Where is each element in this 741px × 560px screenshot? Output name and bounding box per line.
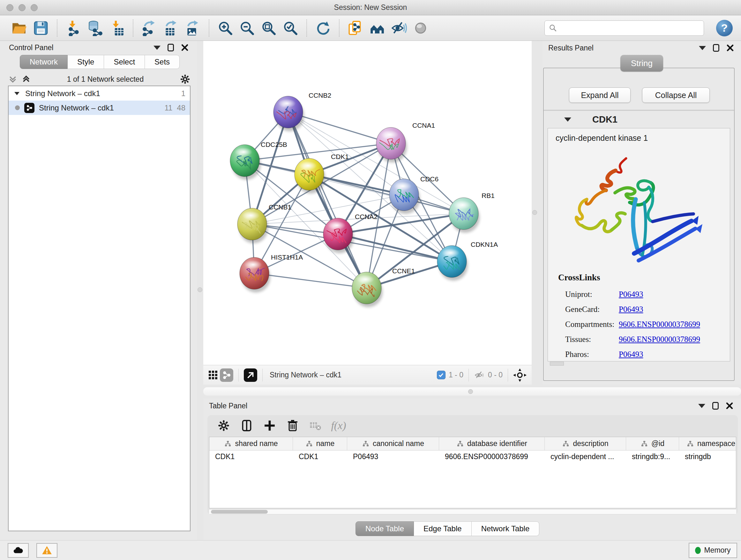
zoom-selected-button[interactable] bbox=[281, 19, 300, 37]
function-builder-button[interactable]: f(x) bbox=[330, 418, 347, 434]
collapse-all-icon[interactable] bbox=[8, 74, 17, 84]
splitter-handle[interactable] bbox=[532, 210, 537, 215]
node-table[interactable]: shared namenamecanonical namedatabase id… bbox=[209, 437, 736, 508]
network-row[interactable]: String Network – cdk1 11 48 bbox=[9, 101, 190, 115]
cloud-button[interactable] bbox=[8, 543, 29, 558]
open-session-button[interactable] bbox=[10, 19, 28, 37]
hide-selected-button[interactable] bbox=[390, 19, 408, 37]
close-icon bbox=[726, 44, 734, 52]
apply-layout-button[interactable] bbox=[314, 19, 332, 37]
export-image-button[interactable] bbox=[184, 19, 202, 37]
table-cell[interactable]: 9606.ENSP00000378699 bbox=[439, 450, 545, 464]
tree-expand-icon[interactable] bbox=[13, 90, 21, 98]
search-icon bbox=[549, 23, 557, 33]
export-network-button[interactable] bbox=[140, 19, 158, 37]
create-column-button[interactable] bbox=[261, 418, 278, 434]
crosslink-value-link[interactable]: P06493 bbox=[619, 305, 643, 314]
zoom-fit-button[interactable] bbox=[259, 19, 278, 37]
node-RB1 bbox=[449, 198, 480, 233]
expand-all-button[interactable]: Expand All bbox=[569, 87, 630, 103]
gene-section-header[interactable]: CDK1 bbox=[544, 111, 734, 128]
tab-style[interactable]: Style bbox=[68, 55, 104, 69]
birds-eye-view-button[interactable] bbox=[206, 368, 220, 382]
tab-string[interactable]: String bbox=[620, 55, 663, 71]
save-session-button[interactable] bbox=[31, 19, 50, 37]
column-header-namespace[interactable]: namespace bbox=[679, 437, 736, 450]
scrollbar-thumb[interactable] bbox=[211, 510, 268, 514]
network-type-button[interactable] bbox=[220, 368, 233, 382]
network-collection-row[interactable]: String Network – cdk1 1 bbox=[9, 86, 190, 101]
horizontal-splitter[interactable] bbox=[203, 385, 741, 398]
column-header-shared-name[interactable]: shared name bbox=[209, 437, 293, 450]
table-cell[interactable]: P06493 bbox=[347, 450, 439, 464]
show-columns-button[interactable] bbox=[238, 418, 255, 434]
table-row[interactable]: CDK1CDK1P064939606.ENSP00000378699cyclin… bbox=[209, 450, 736, 464]
show-all-button[interactable] bbox=[411, 19, 430, 37]
table-cell[interactable]: stringdb:9... bbox=[626, 450, 679, 464]
crosslink-value-link[interactable]: 9606.ENSP00000378699 bbox=[619, 320, 700, 329]
control-panel-close-button[interactable] bbox=[181, 44, 189, 51]
table-cell[interactable]: CDK1 bbox=[293, 450, 347, 464]
attribute-icon bbox=[641, 440, 648, 448]
first-neighbors-button[interactable] bbox=[368, 19, 387, 37]
pan-crosshair-icon[interactable] bbox=[513, 368, 527, 382]
tab-edge-table[interactable]: Edge Table bbox=[414, 521, 472, 536]
delete-column-button[interactable] bbox=[284, 418, 301, 434]
node-count: 11 bbox=[164, 104, 172, 112]
import-network-database-button[interactable] bbox=[86, 19, 105, 37]
node-CCNA2 bbox=[323, 218, 354, 253]
tab-network-table[interactable]: Network Table bbox=[472, 521, 540, 536]
crosslink-value-link[interactable]: 9606.ENSP00000378699 bbox=[619, 335, 700, 344]
search-input[interactable] bbox=[560, 24, 700, 32]
memory-button[interactable]: Memory bbox=[689, 543, 737, 558]
warning-icon bbox=[42, 545, 52, 556]
search-field[interactable] bbox=[544, 20, 704, 36]
crosslink-value-link[interactable]: P06493 bbox=[619, 290, 643, 299]
selected-checkbox[interactable] bbox=[437, 371, 446, 379]
warnings-button[interactable] bbox=[37, 543, 57, 558]
zoom-fit-icon bbox=[261, 20, 277, 36]
table-cell[interactable]: stringdb bbox=[679, 450, 736, 464]
table-panel-float-button[interactable] bbox=[712, 402, 719, 410]
splitter-handle[interactable] bbox=[198, 287, 202, 292]
results-panel-menu-button[interactable] bbox=[699, 46, 706, 50]
import-table-file-button[interactable] bbox=[108, 19, 126, 37]
table-options-button[interactable] bbox=[215, 418, 232, 434]
zoom-out-button[interactable] bbox=[238, 19, 256, 37]
column-header-description[interactable]: description bbox=[545, 437, 626, 450]
results-panel-float-button[interactable] bbox=[713, 44, 719, 52]
table-panel-menu-button[interactable] bbox=[698, 404, 705, 408]
tab-node-table[interactable]: Node Table bbox=[355, 521, 414, 536]
delete-table-button[interactable] bbox=[307, 418, 324, 434]
zoom-in-button[interactable] bbox=[216, 19, 234, 37]
scrollbar-stub[interactable] bbox=[550, 362, 564, 366]
expand-all-icon[interactable] bbox=[21, 74, 31, 84]
column-header-name[interactable]: name bbox=[293, 437, 347, 450]
help-button[interactable]: ? bbox=[716, 20, 733, 37]
export-network-icon bbox=[141, 20, 157, 36]
tab-select[interactable]: Select bbox=[104, 55, 145, 69]
column-header-database-identifier[interactable]: database identifier bbox=[439, 437, 545, 450]
control-panel-float-button[interactable] bbox=[167, 44, 174, 51]
import-network-file-button[interactable] bbox=[64, 19, 83, 37]
tab-network[interactable]: Network bbox=[20, 55, 68, 69]
table-panel-close-button[interactable] bbox=[726, 402, 733, 410]
export-table-button[interactable] bbox=[162, 19, 180, 37]
gear-icon[interactable] bbox=[180, 74, 191, 84]
edge-HIST1H1A-CCNE1 bbox=[254, 273, 367, 288]
detach-view-button[interactable] bbox=[244, 368, 257, 382]
table-cell[interactable]: cyclin-dependent ... bbox=[545, 450, 626, 464]
crosslink-value-link[interactable]: P06493 bbox=[619, 350, 643, 359]
column-header-canonical-name[interactable]: canonical name bbox=[347, 437, 439, 450]
collapse-all-button[interactable]: Collapse All bbox=[642, 87, 710, 103]
splitter-handle[interactable] bbox=[468, 389, 473, 394]
control-panel-menu-button[interactable] bbox=[153, 46, 160, 50]
network-view[interactable]: CCNB2CCNA1CDC25BCDK1CDC6RB1CCNB1CCNA2CDK… bbox=[203, 41, 532, 365]
clone-network-button[interactable] bbox=[346, 19, 365, 37]
tab-sets[interactable]: Sets bbox=[145, 55, 180, 69]
vertical-splitter[interactable] bbox=[197, 41, 203, 540]
results-panel-close-button[interactable] bbox=[726, 44, 734, 52]
horizontal-scrollbar[interactable] bbox=[209, 509, 736, 514]
table-cell[interactable]: CDK1 bbox=[209, 450, 293, 464]
column-header--id[interactable]: @id bbox=[626, 437, 679, 450]
